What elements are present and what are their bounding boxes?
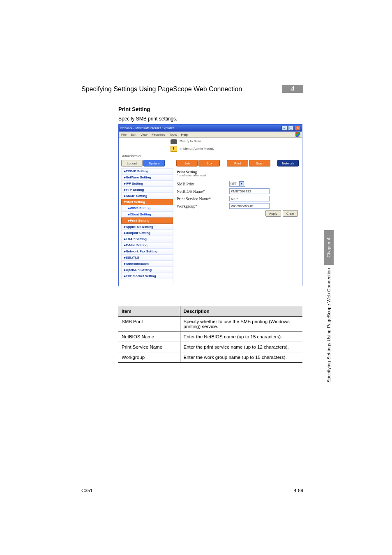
nav-ftp-label: FTP Setting (126, 188, 144, 192)
nav-auth-label: Authentication (126, 262, 149, 266)
ie-logo-icon (295, 132, 300, 137)
chapter-number: 4 (291, 85, 295, 93)
table-row: Workgroup Enter the work group name (up … (118, 352, 302, 363)
tab-box[interactable]: Box (198, 160, 220, 166)
table-cell-desc: Specify whether to use the SMB printing … (180, 317, 302, 332)
table-head-desc: Description (180, 306, 302, 317)
table-cell-item: Workgroup (118, 352, 180, 363)
table-cell-item: SMB Print (118, 317, 180, 332)
warning-icon (171, 146, 177, 152)
nav-sidebar: ▸ TCP/IP Setting ▸ NetWare Setting ▸ IPP… (119, 167, 173, 285)
nav-auth[interactable]: ▸ Authentication (121, 261, 173, 267)
clear-button[interactable]: Clear (283, 210, 298, 217)
side-chapter-text: Chapter 4 (326, 238, 331, 257)
section-body: Specify SMB print settings. (118, 116, 177, 122)
psn-input[interactable]: MFP (229, 196, 270, 201)
workgroup-label: Workgroup* (177, 204, 229, 208)
nav-netfax-label: Network Fax Setting (126, 250, 157, 253)
nav-print[interactable]: ▸ Print Setting (121, 217, 173, 224)
tab-print[interactable]: Print (227, 160, 248, 166)
nav-ldap[interactable]: ▸ LDAP Setting (121, 236, 173, 242)
running-head: Specifying Settings Using PageScope Web … (81, 86, 242, 93)
nav-smb[interactable]: ▾ SMB Setting (121, 199, 173, 205)
menu-edit[interactable]: Edit (131, 133, 136, 136)
tab-scan[interactable]: Scan (249, 160, 270, 166)
nav-print-label: Print Setting (130, 219, 150, 222)
minimize-icon[interactable]: – (281, 126, 287, 131)
nav-tcpsock-label: TCP Socket Setting (126, 274, 156, 278)
nav-netware-label: NetWare Setting (126, 176, 151, 179)
content-heading: Print Setting (177, 170, 299, 174)
nav-ipp-label: IPP Setting (126, 182, 143, 185)
nav-snmp[interactable]: ▸ SNMP Setting (121, 193, 173, 199)
footer-model: C351 (81, 488, 93, 493)
apply-button[interactable]: Apply (265, 210, 281, 217)
nav-appletalk-label: AppleTalk Setting (126, 225, 153, 229)
table-row: NetBIOS Name Enter the NetBIOS name (up … (118, 332, 302, 342)
nav-wins[interactable]: ▸ WINS Setting (121, 205, 173, 211)
menu-view[interactable]: View (141, 133, 148, 136)
menu-bar: File Edit View Favorites Tools Help (119, 132, 302, 138)
status-mode: In Menu (Admin Mode). (180, 147, 214, 150)
table-cell-item: NetBIOS Name (118, 332, 180, 342)
menu-file[interactable]: File (121, 133, 127, 136)
workgroup-input[interactable]: WORKGROUP (229, 203, 270, 209)
nav-ftp[interactable]: ▸ FTP Setting (121, 187, 173, 193)
footer-page: 4-89 (294, 488, 303, 493)
nav-snmp-label: SNMP Setting (126, 194, 147, 198)
psn-label: Print Service Name* (177, 197, 229, 201)
table-row: Print Service Name Enter the print servi… (118, 342, 302, 352)
maximize-icon[interactable]: ▢ (288, 126, 294, 131)
nav-ssltls[interactable]: ▸ SSL/TLS (121, 254, 173, 261)
window-title: Network - Microsoft Internet Explorer (120, 126, 174, 130)
header-area: Ready to Scan In Menu (Admin Mode). Admi… (119, 138, 302, 159)
nav-ipp[interactable]: ▸ IPP Setting (121, 180, 173, 187)
table-row: SMB Print Specify whether to use the SMB… (118, 317, 302, 332)
window-titlebar: Network - Microsoft Internet Explorer – … (119, 125, 302, 132)
nav-appletalk[interactable]: ▸ AppleTalk Setting (121, 224, 173, 230)
nav-netfax[interactable]: ▸ Network Fax Setting (121, 248, 173, 254)
nav-bonjour[interactable]: ▸ Bonjour Setting (121, 230, 173, 236)
nav-ssltls-label: SSL/TLS (126, 256, 139, 259)
nav-smb-label: SMB Setting (126, 200, 145, 204)
tab-system[interactable]: System (143, 160, 165, 166)
nav-client[interactable]: ▸ Client Setting (121, 211, 173, 217)
table-cell-desc: Enter the print service name (up to 12 c… (180, 342, 302, 352)
logout-button[interactable]: Logout (121, 160, 143, 166)
menu-tools[interactable]: Tools (169, 133, 177, 136)
printer-icon (171, 139, 177, 144)
nav-netware[interactable]: ▸ NetWare Setting (121, 174, 173, 180)
nav-openapi[interactable]: ▸ OpenAPI Setting (121, 267, 173, 273)
table-cell-item: Print Service Name (118, 342, 180, 352)
section-title: Print Setting (118, 106, 150, 112)
dropdown-icon: ▾ (239, 181, 244, 186)
table-cell-desc: Enter the work group name (up to 15 char… (180, 352, 302, 363)
menu-help[interactable]: Help (181, 133, 187, 136)
nav-tcpip[interactable]: ▸ TCP/IP Setting (121, 168, 173, 174)
description-table: Item Description SMB Print Specify wheth… (118, 306, 302, 363)
close-icon[interactable]: ✕ (295, 126, 300, 131)
screenshot: Network - Microsoft Internet Explorer – … (118, 124, 302, 286)
side-running-text: Specifying Settings Using PageScope Web … (326, 268, 331, 383)
tab-network[interactable]: Network (277, 160, 299, 166)
tab-row: Logout System Job Box Print Scan Network (119, 159, 302, 167)
nav-openapi-label: OpenAPI Setting (126, 268, 152, 272)
menu-favorites[interactable]: Favorites (152, 133, 165, 136)
nav-wins-label: WINS Setting (130, 206, 150, 210)
content-panel: Print Setting * is reflected after reset… (173, 167, 302, 285)
netbios-label: NetBIOS Name* (177, 189, 229, 194)
nav-ldap-label: LDAP Setting (126, 237, 147, 241)
netbios-input[interactable]: KMBT599332 (229, 188, 270, 194)
nav-client-label: Client Setting (130, 213, 151, 216)
smb-print-value: OFF (231, 182, 237, 186)
nav-bonjour-label: Bonjour Setting (126, 231, 150, 235)
nav-email[interactable]: ▸ E-Mail Setting (121, 242, 173, 248)
smb-print-label: SMB Print (177, 182, 229, 186)
tab-job[interactable]: Job (176, 160, 198, 166)
chapter-tab: 4 (282, 85, 303, 93)
side-chapter-tab: Chapter 4 (324, 230, 334, 265)
nav-tcpsock[interactable]: ▸ TCP Socket Setting (121, 273, 173, 279)
table-head-item: Item (118, 306, 180, 317)
smb-print-select[interactable]: OFF ▾ (229, 181, 245, 187)
role-label: Administrator (122, 154, 141, 158)
